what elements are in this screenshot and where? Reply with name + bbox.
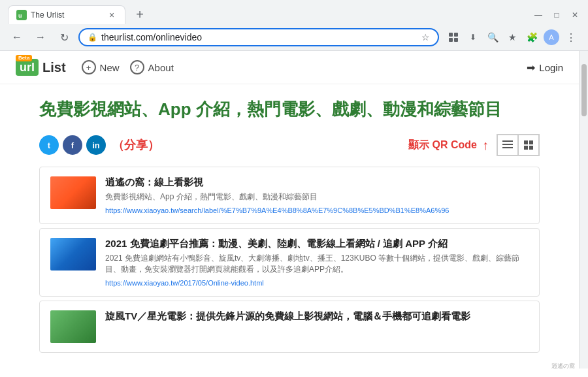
linkedin-icon: in <box>92 140 100 150</box>
close-button[interactable]: ✕ <box>570 10 580 20</box>
logo-url-text: url <box>20 61 35 74</box>
linkedin-share-button[interactable]: in <box>86 135 106 155</box>
svg-rect-10 <box>529 140 533 144</box>
svg-rect-12 <box>529 146 533 150</box>
forward-button[interactable]: → <box>31 28 50 46</box>
extensions-icon[interactable] <box>444 28 463 46</box>
svg-rect-2 <box>449 33 453 37</box>
item-thumbnail <box>50 238 96 270</box>
back-button[interactable]: ← <box>8 28 26 46</box>
svg-rect-4 <box>449 38 453 42</box>
social-share-row: t f in （分享） <box>39 135 159 155</box>
bookmark-icon[interactable]: ☆ <box>421 32 430 42</box>
menu-icon[interactable]: ⋮ <box>562 28 580 46</box>
site-nav: + New ? About <box>82 60 174 74</box>
main-content: Beta url List + New ? About ➡ Login <box>0 51 579 369</box>
nav-bar: ← → ↻ 🔒 theurlist.com/onlinevideo ☆ <box>0 24 588 50</box>
profile-icon[interactable]: A <box>542 28 561 46</box>
list-view-button[interactable] <box>497 135 518 156</box>
forward-arrow-icon: → <box>35 31 46 43</box>
item-title[interactable]: 2021 免費追劇平台推薦：動漫、美劇、陸劇、電影線上看網站 / 追劇 APP … <box>105 238 529 250</box>
extension-puzzle-icon[interactable]: 🧩 <box>523 28 541 46</box>
qr-code-label: 顯示 QR Code <box>408 139 477 152</box>
item-info: 逍遙の窩：線上看影視 免費影視網站、App 介紹，熱門電影、戲劇、動漫和綜藝節目… <box>105 176 529 214</box>
item-description: 2021 免費追劇網站有小鴨影音、旋風tv、大劇薄播、劇地tv、播王、123KU… <box>105 253 529 275</box>
logo-url-box: Beta url <box>16 59 39 76</box>
list-item: 旋風TV／星光電影：提供先鋒片源的免費線上影視網站，電腦＆手機都可追劇看電影 <box>39 301 540 353</box>
twitter-share-button[interactable]: t <box>39 135 59 155</box>
login-label: Login <box>539 62 563 73</box>
browser-tab[interactable]: u The Urlist × <box>8 5 125 24</box>
page-heading: 免費影視網站、App 介紹，熱門電影、戲劇、動漫和綜藝節目 <box>39 97 540 121</box>
window-controls: — □ ✕ <box>533 10 580 20</box>
downloads-icon[interactable]: ⬇ <box>464 28 482 46</box>
login-arrow-icon: ➡ <box>527 61 535 74</box>
grid-view-button[interactable] <box>518 135 539 156</box>
twitter-icon: t <box>48 140 50 150</box>
tab-title: The Urlist <box>31 10 103 20</box>
qr-code-area: 顯示 QR Code ↑ <box>408 134 540 156</box>
site-header: Beta url List + New ? About ➡ Login <box>0 51 579 84</box>
page-body: 免費影視網站、App 介紹，熱門電影、戲劇、動漫和綜藝節目 t f in （分享… <box>0 84 579 369</box>
item-info: 旋風TV／星光電影：提供先鋒片源的免費線上影視網站，電腦＆手機都可追劇看電影 <box>105 310 529 327</box>
about-label: About <box>148 62 174 73</box>
view-toggle <box>497 134 540 156</box>
address-text: theurlist.com/onlinevideo <box>101 32 417 42</box>
list-item: 2021 免費追劇平台推薦：動漫、美劇、陸劇、電影線上看網站 / 追劇 APP … <box>39 228 540 297</box>
toolbar-icons: ⬇ 🔍 ★ 🧩 A ⋮ <box>444 28 580 46</box>
item-title[interactable]: 逍遙の窩：線上看影視 <box>105 176 529 189</box>
zoom-icon[interactable]: 🔍 <box>483 28 502 46</box>
svg-rect-7 <box>502 144 513 145</box>
url-list: 逍遙の窩：線上看影視 免費影視網站、App 介紹，熱門電影、戲劇、動漫和綜藝節目… <box>39 167 540 355</box>
logo-badge: Beta url <box>16 59 39 76</box>
logo-list-text: List <box>42 60 66 75</box>
item-url[interactable]: https://www.xiaoyao.tw/search/label/%E7%… <box>105 206 529 214</box>
top-controls-row: t f in （分享） 顯示 QR Code ↑ <box>39 134 540 156</box>
item-info: 2021 免費追劇平台推薦：動漫、美劇、陸劇、電影線上看網站 / 追劇 APP … <box>105 238 529 287</box>
profile-avatar: A <box>544 29 559 45</box>
beta-badge: Beta <box>16 55 32 61</box>
scroll-thumb[interactable] <box>581 64 587 116</box>
page-scrollbar-area: Beta url List + New ? About ➡ Login <box>0 51 588 369</box>
facebook-icon: f <box>71 140 74 150</box>
item-description: 免費影視網站、App 介紹，熱門電影、戲劇、動漫和綜藝節目 <box>105 191 529 203</box>
tab-favicon: u <box>16 10 27 20</box>
item-thumbnail <box>50 310 96 343</box>
item-title[interactable]: 旋風TV／星光電影：提供先鋒片源的免費線上影視網站，電腦＆手機都可追劇看電影 <box>105 310 529 323</box>
address-bar-icons: ☆ <box>421 32 430 42</box>
list-item: 逍遙の窩：線上看影視 免費影視網站、App 介紹，熱門電影、戲劇、動漫和綜藝節目… <box>39 167 540 224</box>
login-button[interactable]: ➡ Login <box>527 61 563 74</box>
svg-rect-9 <box>524 140 528 144</box>
back-arrow-icon: ← <box>12 31 22 43</box>
tab-close-button[interactable]: × <box>106 10 117 20</box>
new-tab-button[interactable]: + <box>131 6 149 24</box>
share-text: （分享） <box>112 137 159 153</box>
minimize-button[interactable]: — <box>533 10 544 20</box>
watermark: 逍遙の窩 <box>551 362 575 370</box>
facebook-share-button[interactable]: f <box>63 135 82 155</box>
new-nav-button[interactable]: + New <box>82 60 120 74</box>
svg-rect-3 <box>454 33 458 37</box>
svg-rect-8 <box>502 147 513 148</box>
about-nav-button[interactable]: ? About <box>130 60 174 74</box>
item-url[interactable]: https://www.xiaoyao.tw/2017/05/Online-vi… <box>105 279 529 287</box>
refresh-button[interactable]: ↻ <box>55 28 73 46</box>
svg-rect-11 <box>524 146 528 150</box>
about-icon: ? <box>130 60 144 74</box>
browser-chrome: u The Urlist × + — □ ✕ ← → ↻ 🔒 theurlist… <box>0 0 588 51</box>
new-label: New <box>100 62 120 73</box>
svg-text:u: u <box>18 12 22 19</box>
scrollbar[interactable] <box>579 51 588 369</box>
lock-icon: 🔒 <box>88 33 97 42</box>
title-bar: u The Urlist × + — □ ✕ <box>0 0 588 24</box>
logo-area: Beta url List <box>16 59 66 76</box>
star-icon[interactable]: ★ <box>503 28 521 46</box>
address-bar[interactable]: 🔒 theurlist.com/onlinevideo ☆ <box>78 28 439 46</box>
svg-rect-6 <box>502 140 513 142</box>
svg-rect-5 <box>454 38 458 42</box>
refresh-icon: ↻ <box>60 31 69 44</box>
new-icon: + <box>82 60 96 74</box>
maximize-button[interactable]: □ <box>551 10 562 20</box>
item-thumbnail <box>50 176 96 209</box>
qr-arrow-up-icon: ↑ <box>482 138 489 153</box>
